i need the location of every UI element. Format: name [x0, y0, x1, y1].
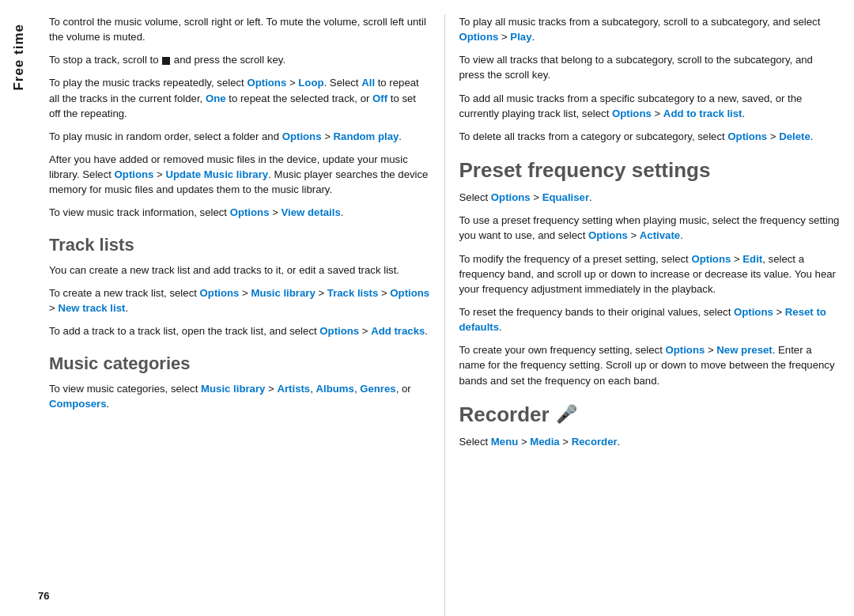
para-activate: To use a preset frequency setting when p… [459, 213, 841, 243]
para-add-track: To add a track to a track list, open the… [49, 323, 430, 338]
link-options-3[interactable]: Options [115, 168, 154, 180]
link-one[interactable]: One [206, 93, 226, 104]
para-random: To play music in random order, select a … [49, 129, 430, 144]
link-artists[interactable]: Artists [277, 383, 310, 395]
section-title-track-lists: Track lists [49, 235, 430, 255]
link-options-4[interactable]: Options [230, 206, 270, 218]
para-add-all-tracks: To add all music tracks from a specific … [459, 91, 841, 121]
right-column: To play all music tracks from a subcateg… [445, 14, 855, 616]
link-new-track-list[interactable]: New track list [58, 302, 125, 314]
para-volume: To control the music volume, scroll righ… [49, 14, 430, 44]
link-options-tl2[interactable]: Options [390, 287, 429, 299]
section-title-preset-frequency: Preset frequency settings [459, 158, 841, 183]
link-play[interactable]: Play [510, 31, 531, 43]
link-update-music-library[interactable]: Update Music library [165, 168, 268, 180]
link-options-r3[interactable]: Options [727, 130, 767, 142]
para-reset-defaults: To reset the frequency bands to their or… [459, 304, 841, 334]
link-options-tl1[interactable]: Options [200, 287, 240, 299]
para-update: After you have added or removed music fi… [49, 152, 430, 197]
main-content: To control the music volume, scroll righ… [38, 0, 854, 616]
para-new-preset: To create your own frequency setting, se… [459, 342, 841, 387]
link-loop[interactable]: Loop [298, 77, 323, 89]
link-albums[interactable]: Albums [316, 383, 354, 395]
link-add-to-track-list[interactable]: Add to track list [663, 108, 743, 119]
para-equaliser: Select Options > Equaliser. [459, 190, 841, 205]
sidebar-label: Free time [11, 24, 27, 91]
para-track-list-intro: You can create a new track list and add … [49, 263, 430, 278]
link-equaliser[interactable]: Equaliser [542, 191, 589, 203]
recorder-text: Recorder [459, 402, 550, 427]
para-create-track-list: To create a new track list, select Optio… [49, 285, 430, 316]
para-delete-tracks: To delete all tracks from a category or … [459, 129, 841, 144]
link-options-tl3[interactable]: Options [319, 325, 359, 337]
link-options-r2[interactable]: Options [612, 108, 652, 119]
link-delete[interactable]: Delete [779, 130, 811, 142]
para-stop: To stop a track, scroll to and press the… [49, 52, 430, 67]
mic-icon: 🎤 [556, 404, 577, 425]
para-recorder: Select Menu > Media > Recorder. [459, 434, 841, 449]
section-title-music-categories: Music categories [49, 353, 430, 374]
left-column: To control the music volume, scroll righ… [38, 14, 445, 616]
link-edit[interactable]: Edit [743, 253, 762, 265]
link-music-library-mc[interactable]: Music library [201, 383, 265, 395]
sidebar: Free time [0, 0, 38, 616]
para-view-subcategory: To view all tracks that belong to a subc… [459, 52, 841, 82]
link-all[interactable]: All [361, 77, 375, 89]
link-options-pf3[interactable]: Options [691, 253, 731, 265]
link-options-pf2[interactable]: Options [588, 229, 628, 241]
link-options-pf4[interactable]: Options [734, 306, 773, 318]
link-genres[interactable]: Genres [360, 383, 395, 395]
section-title-recorder: Recorder 🎤 [459, 402, 841, 427]
link-track-lists[interactable]: Track lists [327, 287, 379, 299]
para-edit-frequency: To modify the frequency of a preset sett… [459, 251, 841, 297]
link-recorder[interactable]: Recorder [572, 436, 618, 448]
link-composers[interactable]: Composers [49, 398, 107, 410]
link-options-pf5[interactable]: Options [665, 344, 705, 356]
link-off[interactable]: Off [372, 93, 387, 104]
para-music-categories: To view music categories, select Music l… [49, 381, 430, 411]
link-options-2[interactable]: Options [282, 130, 322, 142]
link-activate[interactable]: Activate [640, 229, 680, 241]
para-view-details: To view music track information, select … [49, 205, 430, 220]
link-options-1[interactable]: Options [247, 77, 286, 89]
link-new-preset[interactable]: New preset [716, 344, 772, 356]
link-options-pf1[interactable]: Options [491, 191, 531, 203]
link-media[interactable]: Media [530, 436, 559, 448]
para-play-subcategory: To play all music tracks from a subcateg… [459, 14, 841, 44]
stop-icon [162, 57, 170, 65]
link-random-play[interactable]: Random play [334, 130, 399, 142]
para-loop: To play the music tracks repeatedly, sel… [49, 75, 430, 120]
link-menu[interactable]: Menu [491, 436, 518, 448]
link-music-library-tl[interactable]: Music library [251, 287, 315, 299]
page-number: 76 [38, 590, 49, 602]
link-options-r1[interactable]: Options [459, 31, 499, 43]
link-view-details[interactable]: View details [282, 206, 341, 218]
link-add-tracks[interactable]: Add tracks [371, 325, 425, 337]
